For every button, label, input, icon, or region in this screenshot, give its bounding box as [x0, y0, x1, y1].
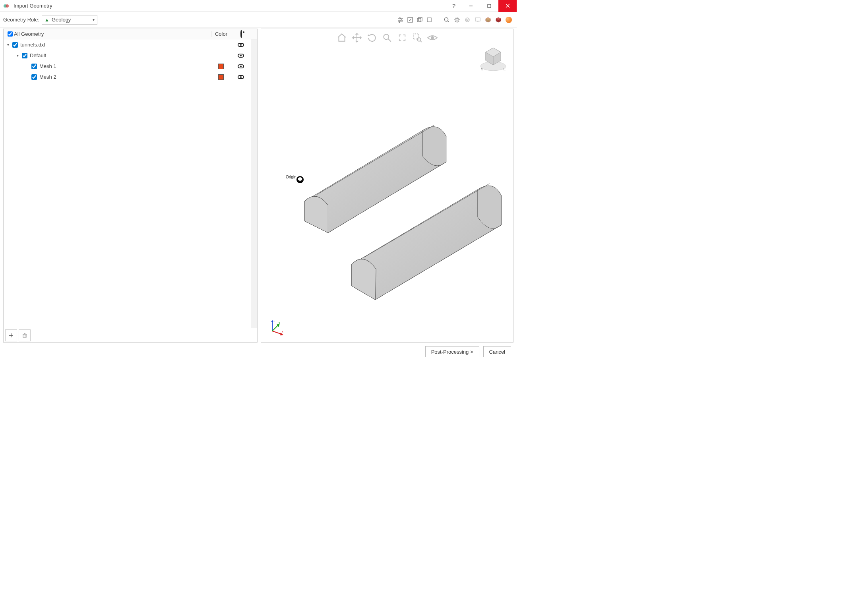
column-color-header: Color: [211, 31, 231, 37]
svg-marker-58: [280, 333, 283, 335]
svg-point-7: [399, 17, 401, 19]
options-toolbar: Geometry Role: ▲ Geology ▾: [0, 12, 517, 28]
eye-icon[interactable]: [238, 75, 244, 79]
role-value: Geology: [52, 17, 71, 23]
origin-point-icon: [296, 176, 304, 183]
file-checkbox[interactable]: [12, 42, 18, 48]
svg-text:x: x: [282, 330, 283, 333]
eye-icon: [240, 30, 242, 38]
layer-label: Default: [30, 52, 211, 58]
column-visibility-header: [231, 31, 251, 37]
maximize-button[interactable]: [480, 0, 498, 12]
cancel-button[interactable]: Cancel: [483, 346, 511, 357]
svg-rect-3: [488, 4, 491, 8]
svg-line-57: [272, 331, 282, 334]
main-area: All Geometry Color ▾ tunnels.dxf ▾: [0, 28, 517, 343]
settings-sliders-icon[interactable]: [396, 15, 405, 24]
cube-dark-red-icon[interactable]: [494, 15, 503, 24]
copy-layers-icon[interactable]: [415, 15, 424, 24]
viewport-options-group: [442, 15, 513, 24]
chevron-down-icon: ▾: [93, 17, 95, 22]
svg-rect-15: [427, 18, 431, 22]
svg-point-1: [6, 4, 9, 8]
layer-checkbox[interactable]: [22, 53, 27, 58]
scene-3d: [261, 29, 513, 342]
file-label: tunnels.dxf: [20, 42, 211, 48]
cancel-label: Cancel: [489, 349, 505, 355]
zoom-fit-icon[interactable]: [442, 15, 451, 24]
svg-text:z: z: [273, 320, 275, 323]
svg-line-26: [459, 18, 459, 19]
mesh-label: Mesh 1: [39, 63, 211, 69]
svg-rect-14: [418, 17, 422, 21]
tree-row-mesh[interactable]: Mesh 2: [4, 72, 257, 82]
svg-text:y: y: [279, 321, 280, 324]
post-processing-button[interactable]: Post-Processing >: [425, 346, 479, 357]
axis-gizmo: z x y: [267, 319, 284, 337]
expander-icon[interactable]: ▾: [15, 53, 20, 58]
title-bar: Import Geometry ?: [0, 0, 517, 12]
geology-icon: ▲: [45, 17, 49, 23]
tree-row-mesh[interactable]: Mesh 1: [4, 61, 257, 72]
svg-rect-13: [417, 18, 421, 22]
color-swatch[interactable]: [218, 64, 224, 69]
sphere-orange-icon[interactable]: [504, 15, 513, 24]
tree-row-layer[interactable]: ▾ Default: [4, 50, 257, 61]
mesh-checkbox[interactable]: [31, 64, 37, 69]
expander-icon[interactable]: ▾: [5, 43, 11, 47]
svg-point-28: [467, 19, 468, 21]
tree-row-file[interactable]: ▾ tunnels.dxf: [4, 39, 257, 50]
sun-icon[interactable]: [453, 15, 461, 24]
app-icon: [3, 3, 10, 9]
svg-line-17: [448, 21, 450, 22]
select-all-icon[interactable]: [406, 15, 415, 24]
svg-point-11: [399, 21, 400, 22]
screen-icon[interactable]: [473, 15, 482, 24]
delete-button[interactable]: [19, 329, 31, 341]
color-swatch[interactable]: [218, 74, 224, 80]
tree-header: All Geometry Color: [4, 29, 257, 39]
help-button[interactable]: ?: [446, 0, 462, 12]
eye-icon[interactable]: [238, 43, 244, 47]
minimize-button[interactable]: [462, 0, 480, 12]
svg-rect-33: [23, 334, 26, 337]
geometry-tree-panel: All Geometry Color ▾ tunnels.dxf ▾: [3, 29, 258, 343]
tree-footer: [4, 328, 257, 342]
svg-line-24: [459, 21, 459, 22]
svg-point-27: [465, 18, 469, 22]
viewport-3d[interactable]: S E: [261, 29, 513, 343]
post-processing-label: Post-Processing >: [431, 349, 473, 355]
origin-marker: Origin: [287, 176, 304, 183]
eye-icon[interactable]: [238, 54, 244, 58]
mesh-checkbox[interactable]: [31, 74, 37, 80]
origin-label: Origin: [286, 175, 296, 179]
eye-icon[interactable]: [238, 64, 244, 68]
dialog-footer: Post-Processing > Cancel: [0, 343, 517, 361]
close-button[interactable]: [498, 0, 517, 12]
all-geometry-checkbox[interactable]: [8, 31, 13, 37]
svg-point-9: [401, 19, 402, 21]
geometry-role-dropdown[interactable]: ▲ Geology ▾: [42, 15, 97, 25]
role-label: Geometry Role:: [3, 17, 39, 23]
window-title: Import Geometry: [13, 3, 446, 9]
tree-body: ▾ tunnels.dxf ▾ Default Mes: [4, 39, 257, 328]
svg-rect-29: [475, 18, 480, 21]
svg-point-16: [445, 17, 448, 21]
svg-line-23: [455, 18, 456, 19]
mesh-label: Mesh 2: [39, 74, 211, 80]
tree-scrollbar[interactable]: [251, 39, 257, 328]
target-icon[interactable]: [463, 15, 472, 24]
all-geometry-label: All Geometry: [14, 31, 44, 37]
svg-point-18: [456, 19, 458, 21]
add-button[interactable]: [5, 329, 17, 341]
svg-line-25: [455, 21, 456, 22]
cube-red-icon[interactable]: [484, 15, 492, 24]
single-layer-icon[interactable]: [425, 15, 434, 24]
